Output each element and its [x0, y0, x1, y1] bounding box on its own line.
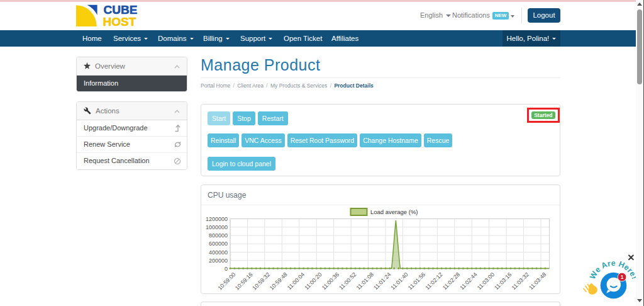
svg-text:0: 0 [225, 266, 228, 272]
svg-text:11:01:08: 11:01:08 [355, 271, 375, 291]
svg-text:11:03:00: 11:03:00 [476, 271, 496, 291]
svg-text:11:03:16: 11:03:16 [493, 271, 513, 291]
svg-text:1: 1 [621, 274, 624, 280]
svg-text:400000: 400000 [209, 249, 228, 256]
svg-text:10:59:48: 10:59:48 [269, 271, 289, 292]
svg-text:HOST: HOST [103, 15, 136, 28]
svg-text:10:59:32: 10:59:32 [251, 271, 271, 292]
svg-text:1200000: 1200000 [206, 216, 228, 222]
svg-text:200000: 200000 [209, 258, 228, 264]
svg-text:11:01:24: 11:01:24 [372, 271, 392, 291]
svg-text:Load average (%): Load average (%) [370, 208, 418, 215]
svg-text:11:00:52: 11:00:52 [338, 271, 357, 291]
svg-text:CUBE: CUBE [104, 3, 138, 16]
svg-text:11:02:44: 11:02:44 [458, 271, 478, 291]
svg-text:11:00:20: 11:00:20 [303, 271, 323, 291]
svg-text:11:02:12: 11:02:12 [424, 271, 443, 291]
svg-text:10:59:00: 10:59:00 [217, 271, 237, 292]
svg-text:11:01:56: 11:01:56 [407, 271, 426, 291]
svg-text:11:02:28: 11:02:28 [441, 271, 461, 291]
svg-text:10:59:16: 10:59:16 [234, 271, 254, 292]
svg-text:11:01:40: 11:01:40 [389, 271, 409, 291]
svg-text:600000: 600000 [209, 241, 228, 247]
svg-text:11:03:32: 11:03:32 [511, 271, 530, 291]
svg-text:1000000: 1000000 [206, 224, 228, 230]
svg-text:11:03:48: 11:03:48 [528, 271, 547, 291]
svg-text:11:00:36: 11:00:36 [321, 271, 340, 291]
svg-text:800000: 800000 [209, 232, 228, 239]
svg-text:11:00:04: 11:00:04 [286, 271, 306, 291]
